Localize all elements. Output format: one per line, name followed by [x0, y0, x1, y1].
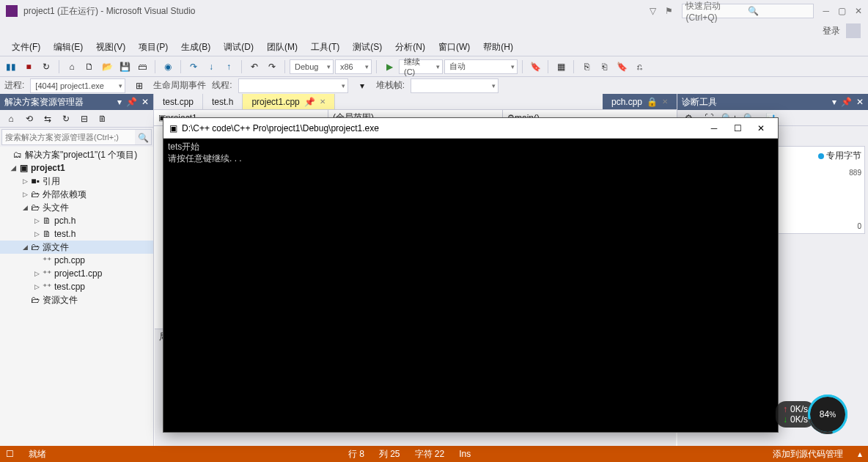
status-line: 行 8 — [348, 448, 364, 461]
restart-button[interactable]: ↻ — [38, 59, 54, 75]
tab-testcpp[interactable]: test.cpp — [154, 94, 203, 109]
tree-file[interactable]: ⁺⁺pch.cpp — [0, 254, 153, 267]
stop-button[interactable]: ■ — [21, 59, 37, 75]
se-back-icon[interactable]: ⟲ — [21, 111, 37, 127]
tb-icon-4[interactable]: ⎗ — [596, 59, 612, 75]
panel-pin-icon[interactable]: 📌 — [841, 97, 852, 107]
window-title: project1 (正在运行) - Microsoft Visual Studi… — [23, 5, 650, 18]
scm-dropdown-icon[interactable]: ▴ — [858, 449, 862, 459]
solution-search[interactable] — [2, 130, 135, 144]
close-icon[interactable]: ✕ — [662, 98, 668, 106]
process-label: 进程: — [4, 79, 24, 92]
search-icon[interactable]: 🔍 — [135, 130, 151, 146]
bookmark-icon[interactable]: 🔖 — [614, 59, 630, 75]
thread-combo[interactable] — [238, 78, 348, 93]
thread-label: 线程: — [212, 79, 232, 92]
menu-test[interactable]: 测试(S) — [347, 40, 388, 56]
panel-close-icon[interactable]: ✕ — [141, 97, 149, 107]
open-icon[interactable]: 📂 — [99, 59, 115, 75]
tree-file[interactable]: ▷⁺⁺test.cpp — [0, 280, 153, 293]
menu-edit[interactable]: 编辑(E) — [48, 40, 89, 56]
tree-file[interactable]: ▷🗎pch.h — [0, 214, 153, 227]
menu-team[interactable]: 团队(M) — [261, 40, 304, 56]
continue-combo[interactable]: 继续(C) — [399, 59, 443, 74]
se-showfiles-icon[interactable]: 🗎 — [95, 111, 111, 127]
undo-icon[interactable]: ↶ — [246, 59, 262, 75]
solution-explorer-header: 解决方案资源管理器 ▾📌✕ — [0, 94, 153, 110]
new-file-icon[interactable]: 🗋 — [81, 59, 98, 75]
minimize-button[interactable]: ─ — [703, 121, 725, 136]
home-icon[interactable]: ⌂ — [64, 59, 80, 75]
debug-toolbar: 进程: [4044] project1.exe ⊞ 生命周期事件 线程: ▾ 堆… — [0, 76, 868, 94]
console-icon: ▣ — [169, 123, 177, 133]
tab-pchcpp[interactable]: pch.cpp🔒✕ — [603, 94, 677, 109]
step-into-icon[interactable]: ↓ — [203, 59, 219, 75]
menu-window[interactable]: 窗口(W) — [433, 40, 476, 56]
close-button[interactable]: ✕ — [855, 6, 862, 16]
redo-icon[interactable]: ↷ — [264, 59, 280, 75]
tree-solution[interactable]: 🗂解决方案"project1"(1 个项目) — [0, 148, 153, 161]
flag-icon[interactable]: ⚑ — [665, 6, 673, 16]
minimize-button[interactable]: ─ — [823, 6, 829, 16]
se-collapse-icon[interactable]: ⊟ — [76, 111, 92, 127]
close-button[interactable]: ✕ — [750, 121, 772, 136]
menu-debug[interactable]: 调试(D) — [218, 40, 260, 56]
panel-pin-icon[interactable]: 📌 — [126, 97, 137, 107]
tab-project1cpp[interactable]: project1.cpp📌✕ — [243, 94, 334, 109]
tree-project[interactable]: ◢▣project1 — [0, 161, 153, 175]
tree-resources[interactable]: 🗁资源文件 — [0, 293, 153, 307]
signin-link[interactable]: 登录 — [823, 25, 840, 37]
step-over-icon[interactable]: ↷ — [185, 59, 202, 75]
menu-analyze[interactable]: 分析(N) — [389, 40, 431, 56]
continue-icon[interactable]: ▶ — [381, 59, 397, 75]
tree-sources[interactable]: ◢🗁源文件 — [0, 241, 153, 254]
save-all-icon[interactable]: 🗃 — [134, 59, 150, 75]
tree-ext-deps[interactable]: ▷🗁外部依赖项 — [0, 188, 153, 201]
pin-icon[interactable]: 📌 — [304, 97, 315, 107]
user-icon[interactable] — [846, 23, 861, 38]
close-icon[interactable]: ✕ — [320, 98, 326, 106]
panel-menu-icon[interactable]: ▾ — [832, 97, 836, 107]
tree-headers[interactable]: ◢🗁头文件 — [0, 201, 153, 214]
perf-widget[interactable]: ↑0K/s ↓0K/s 84% — [776, 395, 847, 434]
tb-icon-2[interactable]: ▦ — [553, 59, 569, 75]
pause-button[interactable]: ▮▮ — [3, 59, 19, 75]
tb-icon-1[interactable]: 🔖 — [527, 59, 543, 75]
menu-view[interactable]: 视图(V) — [90, 40, 131, 56]
menu-file[interactable]: 文件(F) — [6, 40, 46, 56]
tab-testh[interactable]: test.h — [203, 94, 243, 109]
lock-icon: 🔒 — [647, 97, 658, 107]
se-home-icon[interactable]: ⌂ — [3, 111, 19, 127]
scm-link[interactable]: 添加到源代码管理 — [773, 448, 843, 461]
tb-icon-3[interactable]: ⎘ — [578, 59, 595, 75]
se-sync-icon[interactable]: ⇆ — [40, 111, 56, 127]
tree-file[interactable]: ▷🗎test.h — [0, 227, 153, 241]
notify-icon[interactable]: ▽ — [650, 6, 656, 16]
quick-launch[interactable]: 快速启动 (Ctrl+Q)🔍 — [682, 4, 814, 18]
panel-menu-icon[interactable]: ▾ — [117, 97, 122, 107]
menu-project[interactable]: 项目(P) — [133, 40, 174, 56]
tree-file[interactable]: ▷⁺⁺project1.cpp — [0, 267, 153, 280]
process-combo[interactable]: [4044] project1.exe — [30, 78, 125, 93]
se-refresh-icon[interactable]: ↻ — [58, 111, 74, 127]
lifecycle-icon[interactable]: ⊞ — [131, 78, 147, 94]
auto-combo[interactable]: 自动 — [444, 59, 518, 74]
platform-combo[interactable]: x86 — [335, 59, 372, 74]
config-combo[interactable]: Debug — [290, 59, 334, 74]
nav-back-icon[interactable]: ◉ — [160, 59, 176, 75]
stackframe-combo[interactable] — [411, 78, 499, 93]
console-window: ▣ D:\C++ code\C++ Pro\project1\Debug\pro… — [163, 117, 779, 433]
thread-icon[interactable]: ▾ — [354, 78, 370, 94]
maximize-button[interactable]: ☐ — [727, 121, 749, 136]
menu-build[interactable]: 生成(B) — [175, 40, 216, 56]
status-col: 列 25 — [379, 448, 400, 461]
tree-refs[interactable]: ▷■▪引用 — [0, 175, 153, 188]
step-out-icon[interactable]: ↑ — [221, 59, 237, 75]
menu-tools[interactable]: 工具(T) — [305, 40, 345, 56]
maximize-button[interactable]: ▢ — [838, 6, 846, 16]
search-icon: 🔍 — [748, 6, 810, 16]
save-icon[interactable]: 💾 — [117, 59, 133, 75]
menu-help[interactable]: 帮助(H) — [477, 40, 519, 56]
panel-close-icon[interactable]: ✕ — [856, 97, 864, 107]
tb-icon-5[interactable]: ⎌ — [631, 59, 647, 75]
